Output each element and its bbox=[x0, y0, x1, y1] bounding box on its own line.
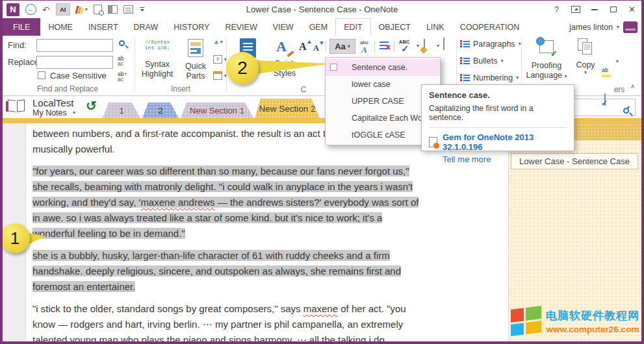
tooltip-description: Capitalizing the first word in a sentenc… bbox=[429, 104, 567, 122]
pens-button[interactable]: ▾ bbox=[76, 6, 88, 14]
chevron-down-icon[interactable]: ▾ bbox=[417, 43, 419, 49]
notebook-subtitle[interactable]: My Notes bbox=[32, 108, 67, 117]
chevron-down-icon: ▾ bbox=[220, 40, 223, 45]
tab-insert[interactable]: INSERT bbox=[81, 18, 126, 36]
tab-view[interactable]: VIEW bbox=[265, 18, 302, 36]
back-icon[interactable]: ← bbox=[25, 4, 36, 15]
tab-gem[interactable]: GEM bbox=[302, 18, 335, 36]
chevron-down-icon[interactable]: ▾ bbox=[616, 59, 619, 64]
proofing-label-line1: Proofing bbox=[532, 61, 562, 70]
qat-customize-icon[interactable] bbox=[139, 7, 146, 12]
menu-checkbox bbox=[330, 64, 337, 71]
tab-object[interactable]: OBJECT bbox=[371, 18, 419, 36]
tab-history[interactable]: HISTORY bbox=[166, 18, 217, 36]
window-controls: ? ✕ bbox=[547, 1, 641, 18]
style-list-icon: A bbox=[214, 40, 218, 45]
paragraph-text: "i stick to the older, standard songs by… bbox=[32, 303, 303, 314]
translate-icon[interactable] bbox=[424, 39, 425, 51]
calendar-button[interactable]: 7 ▾ bbox=[213, 55, 227, 64]
replace-input[interactable] bbox=[36, 56, 113, 69]
notebook-icon[interactable] bbox=[8, 100, 25, 113]
find-input[interactable] bbox=[36, 39, 113, 52]
window-border-bottom bbox=[0, 341, 644, 344]
tell-me-more-link[interactable]: Tell me more bbox=[443, 154, 567, 164]
ab-glyph: ab bbox=[602, 67, 608, 73]
shrink-font-icon[interactable]: A bbox=[313, 43, 319, 53]
window-border-top bbox=[0, 0, 644, 1]
chevron-down-icon[interactable]: ▾ bbox=[437, 43, 439, 49]
notebooks-dropdown-icon[interactable]: ▾ bbox=[73, 110, 75, 116]
copy-icon bbox=[578, 38, 593, 55]
onenote-logo-icon[interactable]: N bbox=[6, 3, 19, 16]
abc-format-icon[interactable]: abc A bbox=[360, 40, 372, 53]
text-cursor-icon[interactable]: AI bbox=[56, 3, 70, 16]
copy-button[interactable]: Copy ▾ bbox=[571, 38, 600, 75]
note-content[interactable]: between numbers, and a first-rate accomp… bbox=[32, 126, 422, 344]
close-button[interactable]: ✕ bbox=[623, 1, 641, 18]
case-sensitive-label: Case Sensitive bbox=[50, 71, 107, 80]
minimize-button[interactable] bbox=[585, 1, 604, 18]
spelling-icon[interactable]: ABC ✓ bbox=[399, 39, 413, 53]
tab-link[interactable]: LINK bbox=[419, 18, 452, 36]
proofing-language-button[interactable]: ✓ Proofing Language ▾ bbox=[525, 38, 568, 80]
bullets-button[interactable]: Bullets ▾ bbox=[460, 56, 504, 66]
change-case-button[interactable]: Aa ▾ bbox=[329, 39, 355, 54]
ruled-lines-icon[interactable] bbox=[443, 38, 444, 50]
numbering-button[interactable]: Numbering ▾ bbox=[460, 73, 519, 82]
chevron-down-icon: ▾ bbox=[516, 75, 519, 80]
watermark-site-name: 电脑软硬件教程网 bbox=[546, 308, 639, 323]
tab-review[interactable]: REVIEW bbox=[217, 18, 264, 36]
case-sensitive-checkbox[interactable] bbox=[38, 71, 45, 79]
grow-font-icon[interactable]: A bbox=[299, 41, 307, 53]
tab-edit[interactable]: EDIT bbox=[335, 18, 370, 36]
style-sort-button[interactable]: A ▾ bbox=[214, 40, 223, 45]
help-button[interactable]: ? bbox=[547, 1, 566, 18]
notebook-name[interactable]: LocalTest bbox=[32, 97, 73, 108]
tab-cooperation[interactable]: COOPERATION bbox=[452, 18, 527, 36]
side-panel-icon[interactable] bbox=[108, 5, 118, 14]
chevron-down-icon: ▾ bbox=[565, 73, 567, 79]
paragraph-selected[interactable]: "for years, our career was so different … bbox=[32, 164, 422, 241]
table-button[interactable]: ▾ bbox=[213, 71, 227, 80]
menu-item-label: Capitalize Each Word bbox=[352, 114, 430, 123]
replace-icon[interactable]: ab ac bbox=[118, 56, 123, 66]
print-preview-icon[interactable] bbox=[94, 5, 102, 14]
section-tab-new-section-1[interactable]: New Section 1 bbox=[181, 103, 253, 118]
syntax-highlight-button[interactable]: //Syntax int i=0; Syntax Highlight bbox=[138, 39, 177, 79]
nav-back-icon[interactable]: ↺ bbox=[86, 98, 97, 114]
highlight-icon[interactable]: ab bbox=[602, 67, 613, 77]
tooltip-title: Sentence case. bbox=[429, 90, 567, 100]
chevron-down-icon: ▾ bbox=[584, 70, 587, 75]
tab-home[interactable]: HOME bbox=[40, 18, 81, 36]
remove-list-formatting-icon[interactable]: ✕ bbox=[380, 41, 390, 51]
menu-item-label: UPPER CASE bbox=[352, 97, 404, 106]
paragraph-selected[interactable]: she is a bubbly, husky, larger-than-life… bbox=[32, 248, 422, 295]
plus-glyph: + bbox=[123, 71, 127, 77]
select-check-icon[interactable]: ✓ bbox=[604, 93, 606, 106]
shrink-font-caret bbox=[320, 42, 324, 45]
chevron-down-icon: ▾ bbox=[348, 44, 350, 49]
tab-draw[interactable]: DRAW bbox=[126, 18, 166, 36]
group-separator bbox=[135, 38, 135, 92]
full-page-view-icon[interactable] bbox=[123, 5, 133, 14]
group-label-find-replace: Find and Replace bbox=[4, 84, 131, 93]
change-case-label: Aa bbox=[335, 42, 346, 51]
section-tab-new-section-2-active[interactable]: New Section 2 bbox=[255, 99, 320, 118]
account-area[interactable]: james linton ▾ bbox=[569, 18, 641, 36]
tab-file[interactable]: FILE bbox=[3, 18, 40, 36]
replace-all-icon[interactable]: ab+ ac bbox=[118, 71, 127, 82]
title-bar: N ← ↶ AI ▾ Lower Case - Sentence Case - … bbox=[3, 1, 641, 18]
blue-check-glyph: ✓ bbox=[601, 99, 608, 108]
paragraphs-icon bbox=[460, 40, 470, 49]
ribbon-display-options-button[interactable] bbox=[566, 1, 585, 18]
quick-parts-button[interactable]: Quick Parts bbox=[179, 39, 212, 81]
separator bbox=[374, 41, 375, 53]
avatar[interactable] bbox=[623, 21, 638, 33]
paragraphs-button[interactable]: Paragraphs ▾ bbox=[460, 40, 521, 49]
menu-item-sentence-case[interactable]: Sentence case. bbox=[326, 59, 440, 76]
undo-icon[interactable]: ↶ bbox=[42, 5, 50, 15]
maximize-button[interactable] bbox=[604, 1, 623, 18]
paragraph[interactable]: "i stick to the older, standard songs by… bbox=[32, 301, 422, 344]
ribbon-collapse-icon[interactable]: ∧ bbox=[630, 82, 635, 90]
blue-a-glyph: A bbox=[361, 45, 367, 55]
